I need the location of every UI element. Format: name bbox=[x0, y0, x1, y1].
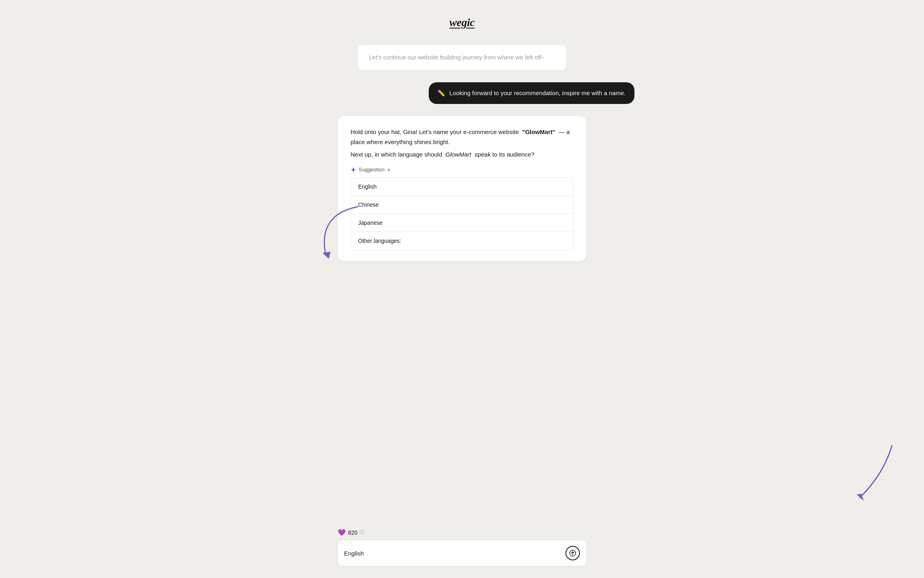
continue-message-text: Let's continue our website building jour… bbox=[369, 53, 555, 62]
ai-main-text: Hold onto your hat, Gina! Let's name you… bbox=[351, 127, 573, 147]
user-message-bubble: ✏️ Looking forward to your recommendatio… bbox=[429, 82, 634, 104]
send-button[interactable] bbox=[565, 546, 580, 560]
ai-question-text: Next up, in which language should GlowMa… bbox=[351, 150, 573, 160]
input-area bbox=[338, 540, 586, 566]
site-name: "GlowMart" bbox=[522, 128, 555, 135]
svg-marker-1 bbox=[857, 494, 864, 501]
arrow-right-annotation bbox=[828, 442, 900, 514]
language-option-chinese[interactable]: Chinese bbox=[351, 196, 573, 214]
ai-response-card: Hold onto your hat, Gina! Let's name you… bbox=[338, 116, 586, 261]
language-option-english[interactable]: English bbox=[351, 178, 573, 196]
user-message-text: ✏️ Looking forward to your recommendatio… bbox=[438, 89, 626, 98]
language-options-list: English Chinese Japanese Other languages… bbox=[351, 177, 573, 250]
bottom-bar: 💜 820 ⓘ bbox=[0, 522, 924, 578]
svg-marker-0 bbox=[322, 252, 330, 259]
logo-text: wegic bbox=[450, 16, 475, 28]
continue-message-bubble: Let's continue our website building jour… bbox=[358, 45, 566, 70]
site-name-italic: GlowMart bbox=[446, 151, 471, 158]
language-option-japanese[interactable]: Japanese bbox=[351, 214, 573, 232]
language-option-other[interactable]: Other languages: bbox=[351, 232, 573, 250]
suggestion-header: Suggestion ∧ bbox=[351, 167, 573, 173]
send-icon bbox=[569, 550, 576, 557]
chevron-up-icon: ∧ bbox=[387, 167, 391, 173]
token-info-icon[interactable]: ⓘ bbox=[360, 529, 365, 536]
pencil-icon: ✏️ bbox=[438, 90, 445, 96]
message-input[interactable] bbox=[344, 550, 561, 557]
diamond-icon bbox=[351, 167, 356, 173]
token-icon: 💜 bbox=[338, 529, 346, 536]
suggestion-label: Suggestion bbox=[359, 167, 385, 173]
token-row: 💜 820 ⓘ bbox=[338, 529, 365, 536]
logo: wegic bbox=[450, 16, 475, 29]
token-count: 820 bbox=[348, 529, 357, 536]
